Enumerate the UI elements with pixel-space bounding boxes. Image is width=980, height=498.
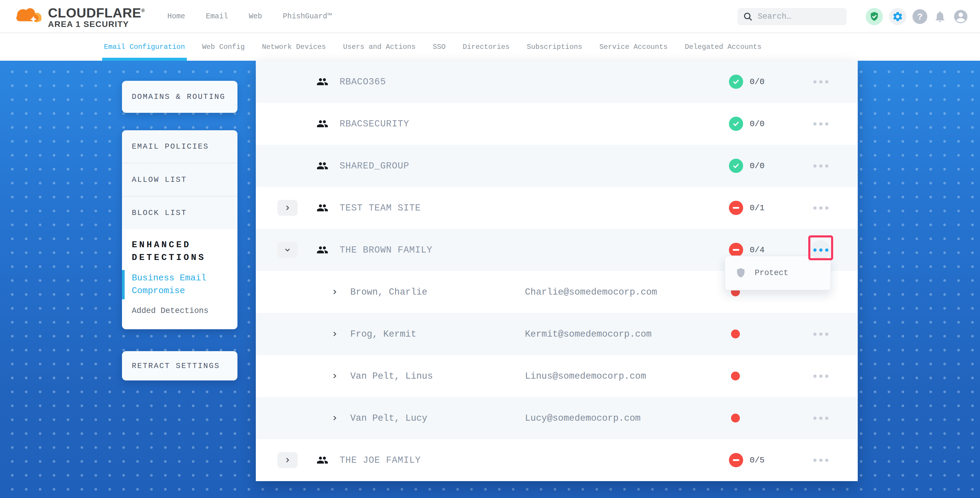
- tab-users-and-actions[interactable]: Users and Actions: [343, 33, 416, 61]
- tab-sso[interactable]: SSO: [433, 33, 445, 61]
- protected-count: 0/0: [750, 77, 764, 86]
- header-icons: ?: [866, 0, 969, 33]
- content-area: DOMAINS & ROUTING EMAIL POLICIES ALLOW L…: [0, 61, 980, 498]
- protected-count: 0/5: [750, 456, 764, 465]
- group-name[interactable]: RBACO365: [340, 77, 386, 87]
- status-unprotected-dot: [731, 372, 740, 380]
- protected-count: 0/1: [750, 204, 764, 213]
- row-menu-button[interactable]: [810, 113, 831, 134]
- row-menu-button[interactable]: [810, 365, 831, 387]
- group-name[interactable]: THE JOE FAMILY: [340, 455, 421, 465]
- group-icon: [316, 76, 329, 88]
- notifications-bell-icon[interactable]: [934, 10, 947, 23]
- tab-subscriptions[interactable]: Subscriptions: [527, 33, 582, 61]
- tab-network-devices[interactable]: Network Devices: [262, 33, 326, 61]
- tab-service-accounts[interactable]: Service Accounts: [599, 33, 667, 61]
- row-menu-button[interactable]: [810, 71, 831, 92]
- member-name[interactable]: Brown, Charlie: [350, 287, 427, 297]
- row-menu-button[interactable]: [810, 323, 831, 345]
- group-name[interactable]: RBACSECURITY: [340, 119, 409, 129]
- member-chevron-icon: [332, 373, 338, 379]
- table-row-group: SHARED_GROUP 0/0: [256, 145, 858, 187]
- protected-count: 0/4: [750, 245, 764, 255]
- row-menu-button[interactable]: [810, 449, 831, 471]
- nav-home[interactable]: Home: [167, 12, 185, 21]
- search-box[interactable]: [738, 8, 846, 25]
- table-row-group: TEST TEAM SITE 0/1: [256, 187, 858, 229]
- member-chevron-icon: [332, 415, 338, 421]
- tab-bar: Email Configuration Web Config Network D…: [0, 33, 980, 61]
- cloudflare-cloud-icon: [13, 5, 44, 28]
- app-header: CLOUDFLARE® AREA 1 SECURITY Home Email W…: [0, 0, 980, 33]
- member-name[interactable]: Van Pelt, Lucy: [350, 413, 427, 423]
- group-icon: [316, 244, 329, 256]
- search-input[interactable]: [758, 12, 841, 21]
- sidebar-item-business-email-compromise[interactable]: Business Email Compromise: [132, 272, 224, 297]
- group-name[interactable]: TEST TEAM SITE: [340, 203, 421, 213]
- brand-name: CLOUDFLARE®: [48, 4, 145, 20]
- expand-button[interactable]: [277, 200, 298, 216]
- row-menu-button-open[interactable]: [811, 240, 830, 260]
- protected-count: 0/0: [750, 161, 764, 170]
- chevron-right-icon: [284, 457, 291, 464]
- sidebar-item-added-detections[interactable]: Added Detections: [132, 305, 228, 317]
- page: CLOUDFLARE® AREA 1 SECURITY Home Email W…: [0, 0, 980, 498]
- group-name[interactable]: THE BROWN FAMILY: [340, 245, 433, 255]
- group-icon: [316, 118, 329, 130]
- chevron-down-icon: [284, 246, 291, 253]
- shield-icon: [735, 267, 746, 279]
- table-row-member: Frog, Kermit Kermit@somedemocorp.com: [256, 313, 858, 355]
- row-menu-button[interactable]: [810, 155, 831, 177]
- collapse-button[interactable]: [277, 242, 298, 258]
- main-nav: Home Email Web PhishGuard™: [167, 12, 332, 21]
- help-icon[interactable]: ?: [913, 9, 927, 24]
- status-protected-icon: [729, 159, 743, 173]
- table-row-group: THE JOE FAMILY 0/5: [256, 439, 858, 481]
- tab-directories[interactable]: Directories: [463, 33, 509, 61]
- member-chevron-icon: [332, 331, 338, 337]
- product-name: AREA 1 SECURITY: [48, 20, 145, 29]
- status-protected-icon: [729, 75, 743, 89]
- member-chevron-icon: [332, 289, 338, 295]
- sidebar-policies-card: EMAIL POLICIES ALLOW LIST BLOCK LIST ENH…: [122, 130, 237, 329]
- row-menu-button[interactable]: [810, 407, 831, 429]
- sidebar-item-retract-settings[interactable]: RETRACT SETTINGS: [122, 351, 237, 380]
- sidebar-item-block-list[interactable]: BLOCK LIST: [122, 197, 237, 229]
- status-unprotected-dot: [731, 414, 740, 423]
- tab-email-configuration[interactable]: Email Configuration: [104, 33, 185, 61]
- member-name[interactable]: Van Pelt, Linus: [350, 371, 433, 381]
- sidebar-section-enhanced-detections: ENHANCED DETECTIONS: [132, 239, 229, 264]
- member-name[interactable]: Frog, Kermit: [350, 329, 416, 339]
- settings-gear-icon[interactable]: [889, 8, 906, 25]
- table-row-group: RBACSECURITY 0/0: [256, 103, 858, 145]
- status-unprotected-icon: [729, 243, 743, 257]
- status-unprotected-icon: [729, 201, 743, 215]
- sidebar: DOMAINS & ROUTING EMAIL POLICIES ALLOW L…: [122, 81, 237, 380]
- protected-count: 0/0: [750, 119, 764, 129]
- menu-item-protect[interactable]: Protect: [755, 269, 788, 277]
- group-icon: [316, 160, 329, 172]
- sidebar-item-email-policies[interactable]: EMAIL POLICIES: [122, 130, 237, 163]
- group-name[interactable]: SHARED_GROUP: [340, 161, 409, 171]
- row-menu-button[interactable]: [810, 197, 831, 218]
- row-context-menu: Protect: [724, 256, 831, 290]
- chevron-right-icon: [284, 204, 291, 212]
- nav-email[interactable]: Email: [206, 12, 228, 21]
- expand-button[interactable]: [277, 452, 298, 468]
- account-avatar-icon[interactable]: [953, 9, 969, 25]
- tab-delegated-accounts[interactable]: Delegated Accounts: [685, 33, 762, 61]
- member-email: Lucy@somedemocorp.com: [525, 413, 641, 423]
- tab-web-config[interactable]: Web Config: [202, 33, 245, 61]
- group-icon: [316, 454, 329, 466]
- status-unprotected-icon: [729, 453, 743, 467]
- protection-shield-icon[interactable]: [866, 8, 883, 25]
- sidebar-item-allow-list[interactable]: ALLOW LIST: [122, 164, 237, 196]
- search-icon: [743, 11, 753, 22]
- nav-phishguard[interactable]: PhishGuard™: [283, 12, 332, 21]
- cloudflare-logo: CLOUDFLARE® AREA 1 SECURITY: [13, 4, 145, 29]
- sidebar-item-domains-routing[interactable]: DOMAINS & ROUTING: [122, 81, 237, 113]
- nav-web[interactable]: Web: [249, 12, 262, 21]
- table-row-group: RBACO365 0/0: [256, 61, 858, 103]
- table-row-member: Van Pelt, Lucy Lucy@somedemocorp.com: [256, 397, 858, 439]
- status-protected-icon: [729, 117, 743, 131]
